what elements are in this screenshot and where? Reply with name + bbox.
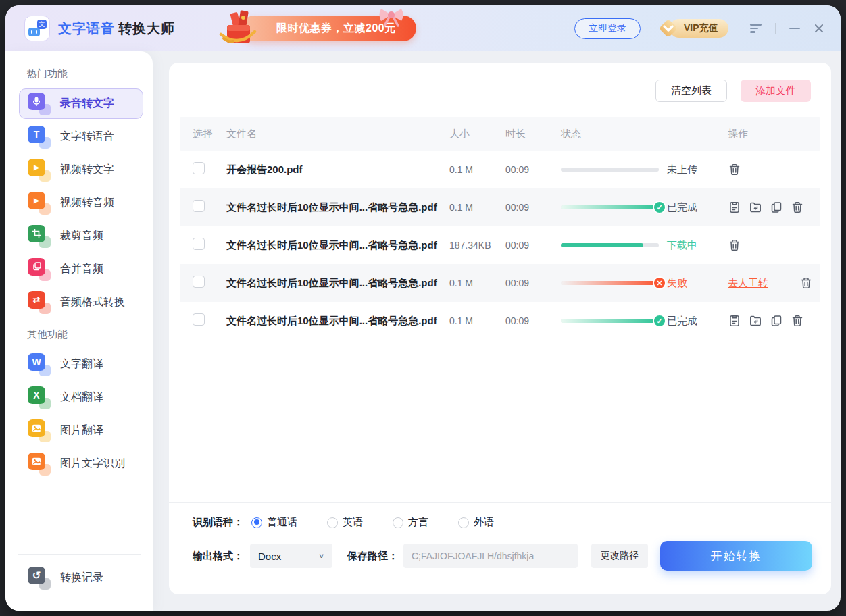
status-text: 未上传 [667,163,697,176]
app-title: 文字语音转换大师 [58,20,175,38]
row-checkbox[interactable] [193,276,205,288]
sidebar-item-trim-audio[interactable]: 裁剪音频 [19,221,143,251]
file-duration: 00:09 [505,164,561,175]
menu-icon[interactable] [750,24,762,33]
merge-icon [28,258,51,281]
controls-divider [775,23,776,34]
sidebar-item-image-translate[interactable]: 图片翻译 [19,415,143,446]
copy-icon[interactable] [770,314,783,328]
open-document-icon[interactable] [728,201,741,214]
manual-convert-link[interactable]: 去人工转 [728,277,768,290]
table-row: 开会报告200.pdf 0.1 M 00:09 未上传 [180,151,820,188]
sidebar-item-audio-format-convert[interactable]: ⇄ 音频格式转换 [19,287,143,317]
radio-icon [458,517,469,528]
sidebar-item-label: 视频转文字 [60,163,114,177]
window-controls [750,23,825,34]
progress-bar: ✕ [561,281,659,285]
video-play-icon: ▶ [28,159,51,182]
app-title-part2: 转换大师 [118,21,175,36]
section-title-other: 其他功能 [5,319,153,348]
sidebar: 热门功能 录音转文字 T 文字转语音 ▶ [5,51,153,611]
app-logo-icon: 文 [24,16,50,41]
add-file-button[interactable]: 添加文件 [741,80,811,102]
delete-icon[interactable] [791,201,804,214]
sidebar-item-merge-audio[interactable]: 合并音频 [19,254,143,284]
delete-icon[interactable] [791,314,804,328]
image-icon [28,453,51,476]
file-duration: 00:09 [505,315,561,326]
file-duration: 00:09 [505,278,561,288]
change-path-button[interactable]: 更改路径 [591,544,648,568]
sidebar-item-label: 文字翻译 [60,357,103,371]
sidebar-item-video-to-text[interactable]: ▶ 视频转文字 [19,155,143,185]
success-check-icon: ✓ [653,314,666,328]
table-row: 文件名过长时后10位显示中间...省略号急急.pdf 0.1 M 00:09 ✕… [180,264,820,302]
header-status: 状态 [561,128,725,140]
list-toolbar: 清空列表 添加文件 [169,63,831,102]
sidebar-item-text-to-speech[interactable]: T 文字转语音 [19,122,143,152]
delete-icon[interactable] [728,238,741,252]
content-card: 清空列表 添加文件 选择 文件名 大小 时长 状态 操作 开会报告200.pdf… [169,63,831,594]
login-button[interactable]: 立即登录 [574,18,641,39]
sidebar-item-label: 视频转音频 [60,196,114,210]
status-text: 失败 [667,277,687,290]
word-icon: W [28,353,51,376]
output-format-select[interactable]: Docx ∨ [250,544,332,568]
file-size: 0.1 M [449,164,505,175]
header-size: 大小 [449,128,505,140]
sidebar-item-text-translate[interactable]: W 文字翻译 [19,349,143,380]
microphone-icon [28,93,51,116]
progress-bar [561,168,659,172]
clear-list-button[interactable]: 清空列表 [655,80,727,102]
conversion-settings: 识别语种： 普通话 英语 [169,502,831,594]
file-size: 0.1 M [449,278,505,288]
status-text: 已完成 [667,315,697,328]
status-text: 已完成 [667,201,697,214]
copy-icon[interactable] [770,201,783,214]
radio-icon [393,517,403,528]
file-duration: 00:09 [505,202,561,213]
radio-foreign[interactable]: 外语 [458,516,494,529]
open-folder-icon[interactable] [749,314,762,328]
table-row: 文件名过长时后10位显示中间...省略号急急.pdf 187.34KB 00:0… [180,226,820,264]
row-checkbox[interactable] [193,238,205,250]
radio-mandarin[interactable]: 普通话 [251,516,297,529]
open-document-icon[interactable] [728,314,741,328]
sidebar-item-audio-to-text[interactable]: 录音转文字 [19,88,143,119]
vip-recharge-button[interactable]: VIP充值 [657,17,728,40]
format-value: Docx [258,550,281,562]
sidebar-item-label: 文档翻译 [60,390,103,405]
start-convert-button[interactable]: 开始转换 [660,541,812,571]
radio-dialect[interactable]: 方言 [393,516,428,529]
login-label: 立即登录 [589,22,626,34]
save-path-input[interactable]: C;FAJIOFJOAFJLH/dhsjfhkja [403,544,578,568]
speech-bubble-text-icon: 文 [37,20,47,29]
radio-icon [327,517,338,528]
file-size: 0.1 M [449,315,505,326]
sidebar-item-image-ocr[interactable]: 图片文字识别 [19,448,143,479]
table-row: 文件名过长时后10位显示中间...省略号急急.pdf 0.1 M 00:09 ✓… [180,302,820,340]
sidebar-item-doc-translate[interactable]: X 文档翻译 [19,382,143,413]
fail-cross-icon: ✕ [653,276,666,290]
radio-english[interactable]: 英语 [327,516,363,529]
speech-bubble-wave-icon [28,28,40,36]
section-title-hot: 热门功能 [5,58,153,87]
title-bar: 文 文字语音转换大师 限时优惠券，立减200元 [5,5,841,51]
sidebar-item-video-to-audio[interactable]: ▶ 视频转音频 [19,188,143,218]
file-size: 187.34KB [449,240,505,251]
promo-banner[interactable]: 限时优惠券，立减200元 [218,15,416,42]
open-folder-icon[interactable] [749,201,762,214]
row-checkbox[interactable] [193,200,205,212]
row-checkbox[interactable] [193,313,205,326]
delete-icon[interactable] [799,276,813,290]
minimize-icon[interactable] [789,28,800,30]
row-checkbox[interactable] [193,162,205,174]
header-duration: 时长 [505,128,561,140]
table-row: 文件名过长时后10位显示中间...省略号急急.pdf 0.1 M 00:09 ✓… [180,188,820,226]
sidebar-item-label: 录音转文字 [60,97,114,111]
sidebar-item-conversion-history[interactable]: ↺ 转换记录 [19,563,143,593]
close-icon[interactable] [814,23,824,34]
delete-icon[interactable] [728,163,741,176]
progress-bar [561,243,659,247]
bow-ribbon-icon [376,7,407,27]
